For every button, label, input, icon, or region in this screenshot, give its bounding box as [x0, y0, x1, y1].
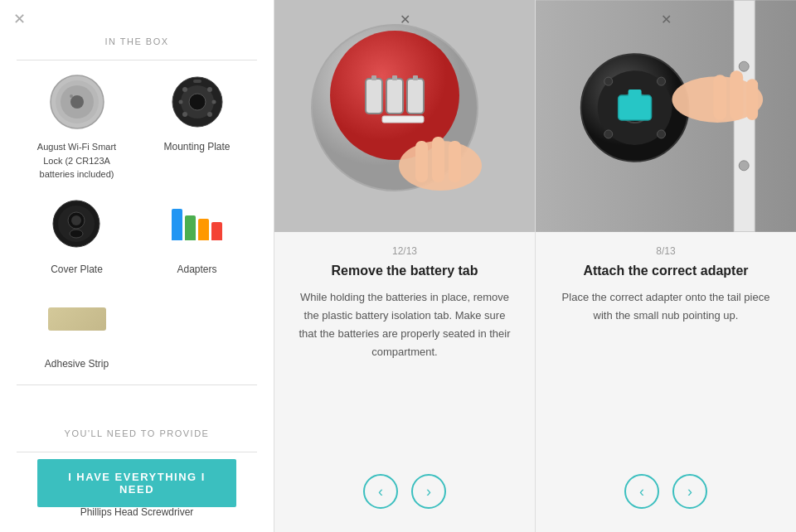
svg-rect-57: [746, 79, 758, 120]
cta-area: I HAVE EVERYTHING I NEED: [0, 459, 274, 507]
mounting-plate-image: [164, 69, 231, 135]
svg-point-44: [739, 161, 749, 171]
middle-step-image: [274, 0, 535, 232]
svg-rect-34: [392, 75, 397, 80]
right-step-counter: 8/13: [556, 245, 776, 257]
item-cover-plate: Cover Plate: [17, 191, 137, 277]
svg-point-50: [604, 130, 613, 138]
svg-point-19: [70, 230, 83, 238]
svg-rect-56: [730, 70, 743, 120]
right-nav-buttons: ‹ ›: [536, 474, 796, 509]
svg-point-49: [658, 77, 666, 85]
svg-rect-37: [415, 141, 428, 182]
svg-point-51: [658, 130, 666, 138]
middle-panel-close[interactable]: ✕: [400, 12, 410, 27]
svg-rect-38: [432, 137, 444, 182]
svg-point-4: [70, 94, 73, 98]
right-panel: ✕: [535, 0, 796, 532]
cta-button[interactable]: I HAVE EVERYTHING I NEED: [37, 459, 236, 507]
item-smart-lock: August Wi-Fi Smart Lock (2 CR123A batter…: [17, 69, 137, 181]
middle-panel: ✕: [274, 0, 535, 532]
middle-nav-buttons: ‹ ›: [274, 474, 535, 509]
right-step-title: Attach the correct adapter: [556, 264, 776, 278]
svg-rect-52: [619, 95, 652, 120]
adhesive-strip-image: [44, 286, 110, 352]
svg-point-10: [182, 112, 187, 117]
you-need-header: YOU'LL NEED TO PROVIDE: [0, 428, 274, 438]
divider-mid: [17, 384, 257, 385]
middle-step-counter: 12/13: [294, 245, 515, 257]
svg-rect-14: [193, 80, 201, 83]
svg-point-43: [739, 61, 749, 71]
cover-plate-image: [44, 191, 110, 258]
svg-point-8: [182, 87, 187, 92]
in-the-box-grid: August Wi-Fi Smart Lock (2 CR123A batter…: [0, 60, 274, 384]
adhesive-strip-visual: [48, 307, 106, 331]
svg-point-18: [71, 215, 81, 225]
item-mounting-plate: Mounting Plate: [137, 69, 257, 181]
mounting-plate-label: Mounting Plate: [163, 140, 230, 154]
right-next-button[interactable]: ›: [672, 474, 707, 509]
adapters-label: Adapters: [177, 263, 216, 277]
mounting-plate-icon: [168, 73, 226, 131]
svg-rect-30: [366, 79, 382, 114]
smart-lock-icon: [48, 73, 106, 131]
svg-point-9: [207, 87, 212, 92]
svg-rect-55: [713, 75, 726, 120]
in-the-box-header: IN THE BOX: [0, 36, 274, 46]
svg-rect-32: [407, 79, 424, 114]
svg-rect-35: [413, 75, 418, 80]
cover-plate-label: Cover Plate: [51, 263, 103, 277]
item-adapters: Adapters: [137, 191, 257, 277]
smart-lock-label: August Wi-Fi Smart Lock (2 CR123A batter…: [32, 140, 123, 181]
middle-next-button[interactable]: ›: [411, 474, 446, 509]
right-panel-close[interactable]: ✕: [661, 12, 672, 27]
right-prev-button[interactable]: ‹: [624, 474, 659, 509]
adhesive-strip-label: Adhesive Strip: [45, 357, 109, 371]
adapter-attachment-scene: [536, 0, 796, 232]
item-adhesive-strip: Adhesive Strip: [17, 286, 137, 371]
svg-point-12: [178, 100, 182, 104]
adapters-visual: [172, 209, 222, 240]
right-step-image: [536, 0, 796, 232]
svg-point-13: [211, 100, 216, 104]
left-panel: ✕ IN THE BOX August Wi-Fi Smart Lock (2 …: [0, 0, 274, 532]
left-panel-close[interactable]: ✕: [13, 12, 26, 27]
svg-rect-39: [449, 141, 461, 182]
svg-rect-33: [371, 75, 376, 80]
svg-point-7: [189, 94, 206, 110]
middle-step-description: While holding the batteries in place, re…: [294, 288, 515, 361]
svg-point-11: [207, 112, 212, 117]
middle-step-title: Remove the battery tab: [294, 264, 515, 278]
svg-point-48: [604, 77, 613, 85]
svg-rect-40: [382, 116, 424, 123]
right-step-description: Place the correct adapter onto the tail …: [556, 288, 776, 325]
cover-plate-icon: [50, 197, 104, 251]
svg-rect-53: [629, 89, 642, 98]
adapters-image: [164, 191, 231, 258]
battery-removal-scene: [274, 0, 535, 232]
middle-prev-button[interactable]: ‹: [363, 474, 398, 509]
screwdriver-label: Phillips Head Screwdriver: [80, 506, 194, 518]
smart-lock-image: [44, 69, 110, 135]
svg-rect-31: [386, 79, 403, 114]
